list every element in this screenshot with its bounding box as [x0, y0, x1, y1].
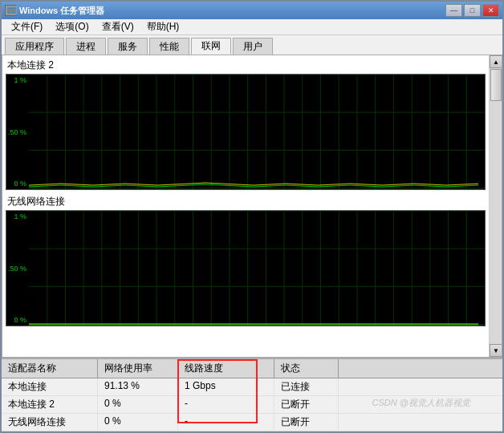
scroll-down-button[interactable]: ▼	[490, 344, 502, 357]
vertical-scrollbar[interactable]: ▲ ▼	[489, 55, 502, 357]
header-adapter: 适配器名称	[2, 359, 98, 378]
cell-speed-2: -	[178, 396, 274, 413]
tab-users[interactable]: 用户	[233, 38, 273, 55]
graph1-y-top: 1 %	[6, 76, 29, 84]
content-area: 本地连接 2 1 % .50 % 0 %	[2, 55, 502, 358]
graph2-y-bot: 0 %	[6, 316, 29, 324]
cell-adapter-1: 本地连接	[2, 378, 98, 395]
graph2-y-top: 1 %	[6, 212, 29, 221]
network-table: 适配器名称 网络使用率 线路速度 状态 本地连接 91.13 % 1 Gbps …	[2, 359, 502, 431]
tab-services[interactable]: 服务	[108, 38, 148, 55]
title-bar: Windows 任务管理器 — □ ✕	[2, 2, 502, 19]
cell-speed-1: 1 Gbps	[178, 378, 274, 395]
minimize-button[interactable]: —	[445, 4, 462, 17]
menu-bar: 文件(F) 选项(O) 查看(V) 帮助(H)	[2, 19, 502, 35]
tab-processes[interactable]: 进程	[66, 38, 106, 55]
cell-status-1: 已连接	[274, 378, 339, 395]
table-header: 适配器名称 网络使用率 线路速度 状态	[2, 359, 502, 378]
menu-help[interactable]: 帮助(H)	[140, 18, 186, 35]
main-window: Windows 任务管理器 — □ ✕ 文件(F) 选项(O) 查看(V) 帮助…	[0, 0, 504, 433]
network-graph-1: 本地连接 2 1 % .50 % 0 %	[6, 59, 486, 190]
graph1-plot-area	[29, 75, 485, 189]
graph1-y-bot: 0 %	[6, 180, 29, 188]
tab-network[interactable]: 联网	[191, 38, 231, 55]
window-controls: — □ ✕	[445, 4, 499, 17]
window-title: Windows 任务管理器	[19, 5, 445, 17]
network-graph-2: 无线网络连接 1 % .50 % 0 %	[6, 195, 486, 326]
svg-rect-1	[7, 7, 15, 10]
graph1-y-labels: 1 % .50 % 0 %	[6, 75, 29, 189]
header-status: 状态	[274, 359, 339, 378]
watermark: CSDN @视觉人机器视觉	[372, 397, 470, 409]
window-icon	[5, 5, 16, 16]
graph2-label: 无线网络连接	[6, 195, 486, 208]
scroll-up-button[interactable]: ▲	[490, 55, 502, 68]
menu-file[interactable]: 文件(F)	[5, 18, 49, 35]
cell-adapter-3: 无线网络连接	[2, 414, 98, 431]
graph1-y-mid: .50 %	[6, 128, 29, 136]
svg-rect-4	[29, 75, 485, 189]
tabs-bar: 应用程序 进程 服务 性能 联网 用户	[2, 35, 502, 55]
scroll-track[interactable]	[490, 68, 502, 344]
cell-adapter-2: 本地连接 2	[2, 396, 98, 413]
menu-view[interactable]: 查看(V)	[96, 18, 140, 35]
cell-status-2: 已断开	[274, 396, 339, 413]
scroll-thumb[interactable]	[490, 69, 502, 101]
svg-rect-33	[29, 211, 485, 326]
graph2-plot-area	[29, 211, 485, 326]
header-speed: 线路速度	[178, 359, 274, 378]
cell-usage-3: 0 %	[98, 414, 178, 431]
graph2-container: 1 % .50 % 0 %	[6, 210, 486, 326]
graph1-container: 1 % .50 % 0 %	[6, 74, 486, 190]
graph1-label: 本地连接 2	[6, 59, 486, 72]
table-row: 本地连接 91.13 % 1 Gbps 已连接	[2, 378, 502, 396]
svg-rect-2	[7, 10, 10, 14]
graphs-panel: 本地连接 2 1 % .50 % 0 %	[2, 55, 489, 357]
cell-usage-2: 0 %	[98, 396, 178, 413]
tab-applications[interactable]: 应用程序	[5, 38, 64, 55]
cell-speed-3: -	[178, 414, 274, 431]
bottom-table-panel: 适配器名称 网络使用率 线路速度 状态 本地连接 91.13 % 1 Gbps …	[2, 358, 502, 431]
svg-rect-3	[11, 10, 15, 14]
tab-performance[interactable]: 性能	[149, 38, 189, 55]
maximize-button[interactable]: □	[464, 4, 481, 17]
graph2-y-mid: .50 %	[6, 265, 29, 273]
header-usage: 网络使用率	[98, 359, 178, 378]
table-row: 无线网络连接 0 % - 已断开	[2, 414, 502, 431]
cell-status-3: 已断开	[274, 414, 339, 431]
graph2-y-labels: 1 % .50 % 0 %	[6, 211, 29, 326]
close-button[interactable]: ✕	[482, 4, 499, 17]
cell-usage-1: 91.13 %	[98, 378, 178, 395]
menu-options[interactable]: 选项(O)	[49, 18, 95, 35]
